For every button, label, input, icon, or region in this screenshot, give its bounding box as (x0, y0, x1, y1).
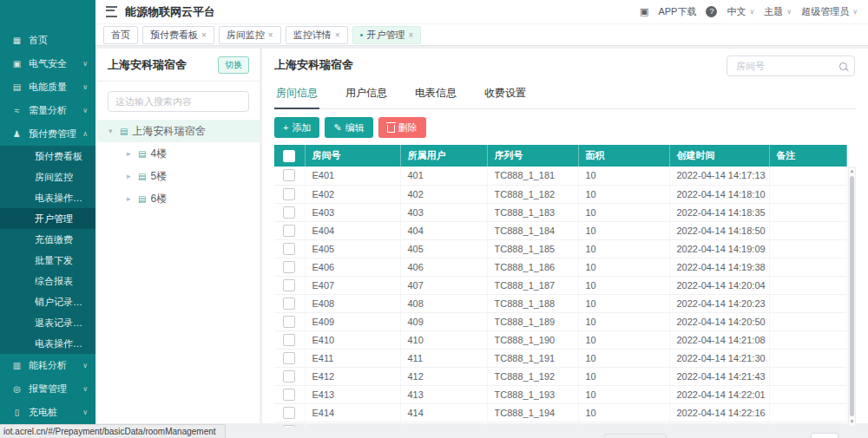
row-checkbox[interactable] (283, 225, 295, 237)
table-row[interactable]: E403403TC888_1_183102022-04-14 14:18:35 (274, 203, 847, 221)
row-checkbox[interactable] (283, 352, 295, 364)
sidebar-item[interactable]: ♟预付费管理∧ (0, 122, 95, 146)
sidebar-item[interactable]: ◎报警管理∨ (0, 377, 95, 401)
tree-search-input[interactable] (108, 91, 249, 112)
chevron-down-icon: ∨ (786, 8, 792, 16)
sidebar-subitem[interactable]: 房间监控 (0, 167, 95, 187)
open-tab-chip[interactable]: 首页 (103, 26, 138, 44)
table-row[interactable]: E414414TC888_1_194102022-04-14 14:22:16 (274, 403, 847, 422)
sidebar-subitem[interactable]: 退表记录查询 (0, 312, 95, 333)
sidebar-subitem[interactable]: 批量下发 (0, 250, 95, 271)
sidebar-subitem[interactable]: 电表操作列表 (0, 187, 95, 208)
toolbar: + 添加 ✎ 编辑 删除 (274, 117, 856, 138)
sidebar-item[interactable]: ▯充电桩∨ (0, 401, 95, 424)
sidebar-item-label: 电能质量 (29, 81, 67, 94)
sidebar-item[interactable]: ▤电能质量∨ (0, 75, 95, 99)
open-tab-chip[interactable]: 房间监控× (219, 26, 281, 44)
close-icon[interactable]: × (201, 30, 207, 40)
open-tab-chip[interactable]: •开户管理× (352, 26, 422, 44)
info-tabs: 房间信息用户信息电表信息收费设置 (274, 82, 856, 109)
tree-node-floor[interactable]: ▸▤5楼 (97, 165, 260, 187)
header-controls: ▣ APP下载 ? 中文 ∨ 主题 ∨ 超级管理员 ∨ (623, 5, 858, 18)
table-row[interactable]: E410410TC888_1_190102022-04-14 14:21:08 (274, 330, 847, 349)
table-row[interactable]: E401401TC888_1_181102022-04-14 14:17:13 (274, 167, 847, 185)
close-icon[interactable]: × (268, 30, 273, 40)
table-row[interactable]: E416416TC888_1_195102022-04-14 14:22:46 (274, 422, 847, 427)
table-row[interactable]: E405405TC888_1_185102022-04-14 14:19:09 (274, 239, 847, 258)
sidebar-subitem[interactable]: 开户管理 (0, 208, 95, 229)
theme-dropdown[interactable]: 主题 ∨ (764, 5, 792, 18)
goto-page-input[interactable] (811, 433, 838, 438)
language-dropdown[interactable]: 中文 ∨ (727, 5, 754, 18)
user-dropdown[interactable]: 超级管理员 ∨ (801, 5, 858, 18)
sidebar-subitem[interactable]: 充值缴费 (0, 229, 95, 250)
row-checkbox[interactable] (283, 169, 295, 181)
close-icon[interactable]: × (408, 30, 413, 40)
table-row[interactable]: E413413TC888_1_193102022-04-14 14:22:01 (274, 385, 847, 403)
tree-node-root[interactable]: ▾ ▤ 上海安科瑞宿舍 (97, 120, 260, 142)
select-all-checkbox[interactable] (283, 150, 295, 162)
row-checkbox[interactable] (283, 334, 295, 346)
table-row[interactable]: E402402TC888_1_182102022-04-14 14:18:10 (274, 185, 847, 203)
row-checkbox[interactable] (283, 316, 295, 328)
tab-用户信息[interactable]: 用户信息 (344, 82, 389, 108)
table-row[interactable]: E407407TC888_1_187102022-04-14 14:20:04 (274, 276, 847, 294)
table-scrollbar[interactable]: ▲ ▼ (848, 167, 856, 427)
row-checkbox[interactable] (283, 261, 295, 273)
table-row[interactable]: E404404TC888_1_184102022-04-14 14:18:50 (274, 221, 847, 239)
tree-node-floor[interactable]: ▸▤6楼 (97, 187, 260, 210)
table-row[interactable]: E408408TC888_1_188102022-04-14 14:20:23 (274, 294, 847, 312)
row-checkbox[interactable] (283, 243, 295, 255)
app-download-link[interactable]: APP下载 (658, 5, 696, 18)
row-checkbox[interactable] (283, 297, 295, 310)
table-row[interactable]: E409409TC888_1_189102022-04-14 14:20:50 (274, 312, 847, 330)
scroll-down-icon[interactable]: ▼ (849, 418, 855, 426)
tab-电表信息[interactable]: 电表信息 (413, 82, 458, 108)
open-tab-chip[interactable]: 预付费看板× (142, 26, 214, 44)
search-icon[interactable] (839, 62, 847, 70)
sidebar-subitem[interactable]: 销户记录查询 (0, 291, 95, 312)
page-size-select[interactable]: 15条/页 ∨ (604, 434, 667, 438)
sidebar-subitem[interactable]: 电表操作记录 (0, 333, 95, 354)
tree-panel-title: 上海安科瑞宿舍 (108, 57, 187, 73)
table-row[interactable]: E412412TC888_1_192102022-04-14 14:21:43 (274, 367, 847, 385)
tree-node-floor[interactable]: ▸▤4楼 (97, 142, 260, 165)
row-checkbox[interactable] (283, 188, 295, 200)
row-checkbox[interactable] (283, 389, 295, 401)
cell-room: E407 (305, 276, 400, 294)
table-row[interactable]: E411411TC888_1_191102022-04-14 14:21:30 (274, 349, 847, 367)
help-icon[interactable]: ? (706, 6, 717, 17)
scroll-up-icon[interactable]: ▲ (849, 167, 855, 175)
row-checkbox[interactable] (283, 279, 295, 291)
row-checkbox[interactable] (283, 425, 295, 427)
edit-button[interactable]: ✎ 编辑 (325, 117, 372, 138)
sidebar-item-label: 充值缴费 (35, 233, 73, 246)
tree-node-label: 上海安科瑞宿舍 (132, 124, 205, 139)
tab-收费设置[interactable]: 收费设置 (483, 82, 528, 108)
cell-remark (769, 294, 847, 312)
cell-user: 406 (400, 258, 487, 276)
open-tab-chip[interactable]: 监控详情× (286, 26, 348, 44)
switch-button[interactable]: 切换 (218, 56, 249, 74)
top-header: 能源物联网云平台 ▣ APP下载 ? 中文 ∨ 主题 ∨ 超级管理员 ∨ (95, 0, 868, 24)
sidebar-item[interactable]: ▥能耗分析∨ (0, 354, 95, 377)
cell-serial: TC888_1_193 (487, 385, 578, 403)
add-button[interactable]: + 添加 (274, 117, 319, 138)
sidebar-subitem[interactable]: 预付费看板 (0, 146, 95, 167)
sidebar-item[interactable]: ≈需量分析∨ (0, 99, 95, 122)
room-search-input[interactable] (734, 60, 839, 72)
row-checkbox[interactable] (283, 407, 295, 419)
collapse-menu-icon[interactable] (106, 6, 117, 17)
sidebar-item[interactable]: ▣电气安全∨ (0, 52, 95, 75)
sidebar-subitem[interactable]: 综合报表 (0, 271, 95, 291)
table-row[interactable]: E406406TC888_1_186102022-04-14 14:19:38 (274, 258, 847, 276)
tab-房间信息[interactable]: 房间信息 (274, 82, 319, 109)
sidebar-item[interactable]: ▦首页 (0, 29, 95, 52)
delete-button[interactable]: 删除 (378, 117, 426, 138)
cell-created: 2022-04-14 14:17:13 (669, 167, 769, 185)
row-checkbox[interactable] (283, 370, 295, 382)
sidebar-item-label: 充电桩 (29, 406, 57, 419)
scrollbar-thumb[interactable] (850, 176, 854, 416)
row-checkbox[interactable] (283, 206, 295, 219)
close-icon[interactable]: × (335, 30, 340, 40)
